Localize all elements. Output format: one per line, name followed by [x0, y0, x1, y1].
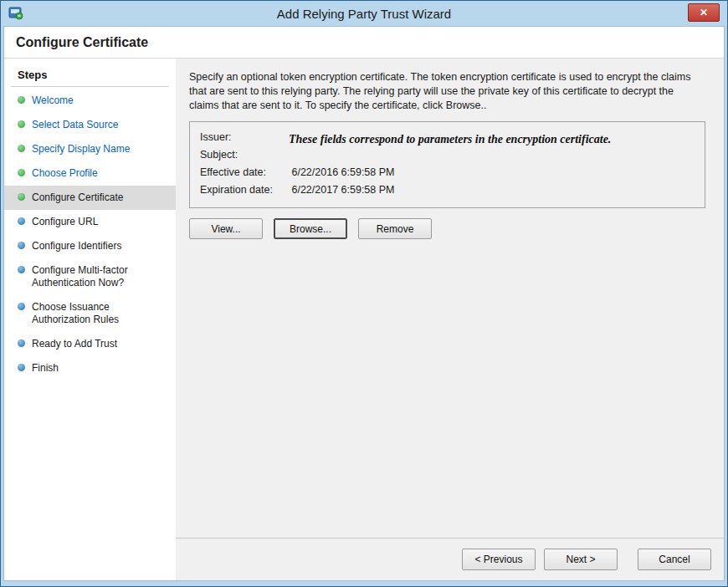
- next-button[interactable]: Next >: [544, 549, 618, 570]
- window-body: Configure Certificate Steps Welcome Sele…: [3, 26, 725, 581]
- step-completed-icon: [18, 120, 25, 128]
- expiration-date-value: 6/22/2017 6:59:58 PM: [291, 184, 394, 196]
- effective-date-value: 6/22/2016 6:59:58 PM: [291, 166, 394, 178]
- step-label: Configure URL: [32, 216, 98, 228]
- page-header: Configure Certificate: [4, 27, 724, 59]
- sidebar-item-finish: Finish: [4, 356, 176, 380]
- step-upcoming-icon: [18, 364, 25, 371]
- step-upcoming-icon: [18, 266, 25, 273]
- cancel-button[interactable]: Cancel: [638, 549, 711, 570]
- sidebar-item-welcome[interactable]: Welcome: [4, 89, 176, 113]
- step-completed-icon: [18, 169, 25, 176]
- sidebar-item-ready-to-add-trust: Ready to Add Trust: [4, 332, 176, 356]
- step-upcoming-icon: [18, 339, 25, 347]
- content-area: Specify an optional token encryption cer…: [176, 59, 724, 580]
- sidebar-item-choose-issuance-rules: Choose Issuance Authorization Rules: [4, 295, 176, 332]
- expiration-date-label: Expiration date:: [200, 181, 289, 199]
- effective-date-label: Effective date:: [200, 164, 289, 181]
- wizard-icon: [8, 6, 23, 21]
- step-upcoming-icon: [18, 242, 25, 249]
- step-label: Configure Multi-factor Authentication No…: [32, 264, 151, 289]
- sidebar-item-configure-identifiers: Configure Identifiers: [4, 234, 176, 258]
- window-title: Add Relying Party Trust Wizard: [3, 7, 725, 21]
- step-label: Choose Profile: [32, 167, 98, 180]
- sidebar-item-select-data-source[interactable]: Select Data Source: [4, 113, 176, 137]
- title-bar: Add Relying Party Trust Wizard ✕: [3, 1, 725, 26]
- remove-button[interactable]: Remove: [358, 218, 432, 239]
- effective-date-row: Effective date: 6/22/2016 6:59:58 PM: [200, 164, 695, 181]
- step-label: Configure Certificate: [32, 191, 123, 204]
- step-label: Select Data Source: [32, 119, 118, 131]
- sidebar-item-configure-certificate: Configure Certificate: [4, 186, 176, 210]
- step-label: Finish: [32, 362, 59, 375]
- step-label: Specify Display Name: [32, 143, 130, 156]
- previous-button[interactable]: < Previous: [462, 549, 536, 570]
- main-panel: Specify an optional token encryption cer…: [176, 59, 724, 538]
- step-completed-icon: [18, 96, 25, 104]
- wizard-window: Add Relying Party Trust Wizard ✕ Configu…: [0, 0, 728, 587]
- step-upcoming-icon: [18, 303, 25, 310]
- sidebar-item-configure-url: Configure URL: [4, 210, 176, 234]
- close-icon: ✕: [700, 7, 708, 18]
- step-label: Welcome: [32, 94, 74, 107]
- step-label: Configure Identifiers: [32, 240, 121, 253]
- sidebar-item-specify-display-name[interactable]: Specify Display Name: [4, 137, 176, 161]
- issuer-label: Issuer:: [200, 129, 289, 146]
- step-label: Choose Issuance Authorization Rules: [32, 301, 151, 326]
- wizard-footer: < Previous Next > Cancel: [176, 538, 724, 580]
- close-button[interactable]: ✕: [688, 3, 720, 22]
- subject-label: Subject:: [200, 146, 289, 164]
- step-completed-icon: [18, 145, 25, 152]
- certificate-actions: View... Browse... Remove: [189, 218, 705, 239]
- annotation-text: These fields correspond to parameters in…: [289, 133, 700, 146]
- view-button[interactable]: View...: [189, 218, 263, 239]
- step-current-icon: [18, 193, 25, 201]
- certificate-panel: Issuer: Subject: Effective date: 6/22/20…: [189, 121, 705, 208]
- sidebar-item-configure-mfa: Configure Multi-factor Authentication No…: [4, 258, 176, 295]
- sidebar-item-choose-profile[interactable]: Choose Profile: [4, 161, 176, 186]
- subject-row: Subject:: [200, 146, 695, 164]
- steps-sidebar: Steps Welcome Select Data Source Specify…: [4, 59, 176, 580]
- step-label: Ready to Add Trust: [32, 338, 117, 350]
- expiration-date-row: Expiration date: 6/22/2017 6:59:58 PM: [200, 181, 695, 199]
- steps-heading: Steps: [11, 69, 169, 87]
- page-title: Configure Certificate: [16, 35, 148, 50]
- description-text: Specify an optional token encryption cer…: [189, 70, 705, 112]
- browse-button[interactable]: Browse...: [274, 218, 347, 239]
- step-upcoming-icon: [18, 217, 25, 225]
